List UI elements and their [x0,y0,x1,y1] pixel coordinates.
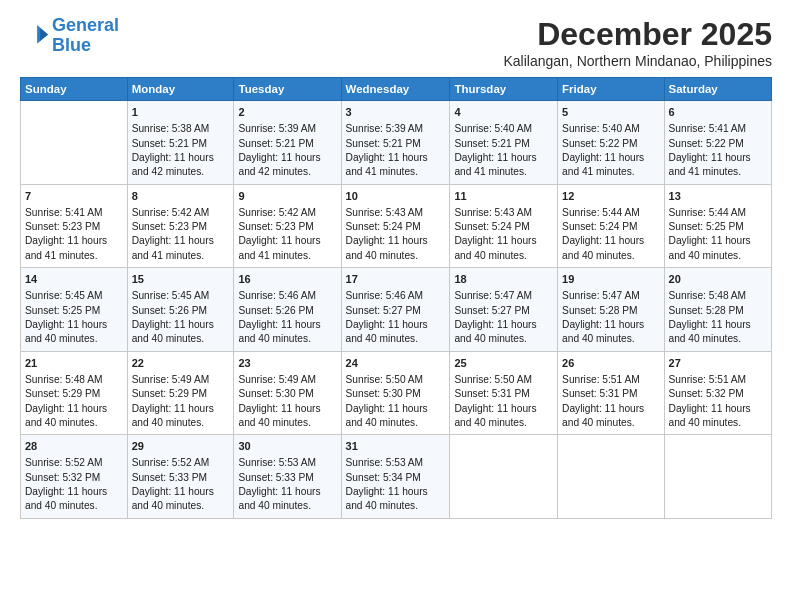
day-number: 23 [238,356,336,371]
daylight-text: Daylight: 11 hours and 40 minutes. [346,235,428,260]
sunset-text: Sunset: 5:33 PM [132,472,207,483]
sunrise-text: Sunrise: 5:41 AM [25,207,103,218]
calendar-cell: 29Sunrise: 5:52 AMSunset: 5:33 PMDayligh… [127,435,234,519]
logo: General Blue [20,16,119,56]
sunrise-text: Sunrise: 5:47 AM [454,290,532,301]
header-day-wednesday: Wednesday [341,78,450,101]
calendar-cell: 21Sunrise: 5:48 AMSunset: 5:29 PMDayligh… [21,351,128,435]
calendar-cell [450,435,558,519]
calendar-cell: 8Sunrise: 5:42 AMSunset: 5:23 PMDaylight… [127,184,234,268]
calendar-cell: 18Sunrise: 5:47 AMSunset: 5:27 PMDayligh… [450,268,558,352]
day-number: 7 [25,189,123,204]
header-day-tuesday: Tuesday [234,78,341,101]
sunrise-text: Sunrise: 5:38 AM [132,123,210,134]
daylight-text: Daylight: 11 hours and 40 minutes. [669,235,751,260]
sunset-text: Sunset: 5:25 PM [669,221,744,232]
daylight-text: Daylight: 11 hours and 40 minutes. [132,319,214,344]
daylight-text: Daylight: 11 hours and 41 minutes. [25,235,107,260]
sunrise-text: Sunrise: 5:53 AM [346,457,424,468]
title-block: December 2025 Kalilangan, Northern Minda… [503,16,772,69]
sunrise-text: Sunrise: 5:42 AM [238,207,316,218]
logo-icon [20,22,48,50]
day-number: 8 [132,189,230,204]
day-number: 22 [132,356,230,371]
daylight-text: Daylight: 11 hours and 40 minutes. [346,319,428,344]
sunrise-text: Sunrise: 5:52 AM [132,457,210,468]
sunset-text: Sunset: 5:27 PM [346,305,421,316]
calendar-cell: 3Sunrise: 5:39 AMSunset: 5:21 PMDaylight… [341,101,450,185]
calendar-cell: 19Sunrise: 5:47 AMSunset: 5:28 PMDayligh… [558,268,664,352]
sunrise-text: Sunrise: 5:49 AM [238,374,316,385]
calendar-cell: 30Sunrise: 5:53 AMSunset: 5:33 PMDayligh… [234,435,341,519]
day-number: 12 [562,189,659,204]
sunrise-text: Sunrise: 5:44 AM [669,207,747,218]
sunset-text: Sunset: 5:24 PM [346,221,421,232]
sunrise-text: Sunrise: 5:51 AM [562,374,640,385]
calendar-cell: 12Sunrise: 5:44 AMSunset: 5:24 PMDayligh… [558,184,664,268]
calendar-cell: 5Sunrise: 5:40 AMSunset: 5:22 PMDaylight… [558,101,664,185]
sunrise-text: Sunrise: 5:50 AM [346,374,424,385]
sunrise-text: Sunrise: 5:41 AM [669,123,747,134]
day-number: 3 [346,105,446,120]
sunset-text: Sunset: 5:32 PM [25,472,100,483]
header: General Blue December 2025 Kalilangan, N… [20,16,772,69]
calendar-cell: 17Sunrise: 5:46 AMSunset: 5:27 PMDayligh… [341,268,450,352]
day-number: 13 [669,189,767,204]
day-number: 17 [346,272,446,287]
calendar-cell: 27Sunrise: 5:51 AMSunset: 5:32 PMDayligh… [664,351,771,435]
sunrise-text: Sunrise: 5:40 AM [562,123,640,134]
calendar-cell: 23Sunrise: 5:49 AMSunset: 5:30 PMDayligh… [234,351,341,435]
daylight-text: Daylight: 11 hours and 40 minutes. [132,486,214,511]
calendar-cell [21,101,128,185]
daylight-text: Daylight: 11 hours and 41 minutes. [238,235,320,260]
daylight-text: Daylight: 11 hours and 40 minutes. [25,319,107,344]
daylight-text: Daylight: 11 hours and 40 minutes. [238,486,320,511]
month-title: December 2025 [503,16,772,53]
day-number: 26 [562,356,659,371]
week-row-5: 28Sunrise: 5:52 AMSunset: 5:32 PMDayligh… [21,435,772,519]
day-number: 30 [238,439,336,454]
day-number: 1 [132,105,230,120]
day-number: 14 [25,272,123,287]
day-number: 15 [132,272,230,287]
calendar-cell: 4Sunrise: 5:40 AMSunset: 5:21 PMDaylight… [450,101,558,185]
sunrise-text: Sunrise: 5:43 AM [346,207,424,218]
calendar-cell: 13Sunrise: 5:44 AMSunset: 5:25 PMDayligh… [664,184,771,268]
sunset-text: Sunset: 5:23 PM [25,221,100,232]
header-row: SundayMondayTuesdayWednesdayThursdayFrid… [21,78,772,101]
sunrise-text: Sunrise: 5:51 AM [669,374,747,385]
day-number: 2 [238,105,336,120]
daylight-text: Daylight: 11 hours and 40 minutes. [25,403,107,428]
daylight-text: Daylight: 11 hours and 40 minutes. [238,319,320,344]
sunrise-text: Sunrise: 5:39 AM [346,123,424,134]
calendar-cell: 28Sunrise: 5:52 AMSunset: 5:32 PMDayligh… [21,435,128,519]
day-number: 25 [454,356,553,371]
calendar-cell: 15Sunrise: 5:45 AMSunset: 5:26 PMDayligh… [127,268,234,352]
sunset-text: Sunset: 5:29 PM [132,388,207,399]
sunrise-text: Sunrise: 5:44 AM [562,207,640,218]
page: General Blue December 2025 Kalilangan, N… [0,0,792,612]
sunrise-text: Sunrise: 5:46 AM [346,290,424,301]
day-number: 4 [454,105,553,120]
daylight-text: Daylight: 11 hours and 40 minutes. [238,403,320,428]
daylight-text: Daylight: 11 hours and 41 minutes. [454,152,536,177]
daylight-text: Daylight: 11 hours and 41 minutes. [562,152,644,177]
calendar-cell [664,435,771,519]
day-number: 29 [132,439,230,454]
day-number: 9 [238,189,336,204]
sunset-text: Sunset: 5:29 PM [25,388,100,399]
week-row-3: 14Sunrise: 5:45 AMSunset: 5:25 PMDayligh… [21,268,772,352]
sunrise-text: Sunrise: 5:52 AM [25,457,103,468]
header-day-sunday: Sunday [21,78,128,101]
sunset-text: Sunset: 5:26 PM [238,305,313,316]
week-row-4: 21Sunrise: 5:48 AMSunset: 5:29 PMDayligh… [21,351,772,435]
calendar-cell: 26Sunrise: 5:51 AMSunset: 5:31 PMDayligh… [558,351,664,435]
sunset-text: Sunset: 5:21 PM [346,138,421,149]
calendar-cell: 24Sunrise: 5:50 AMSunset: 5:30 PMDayligh… [341,351,450,435]
daylight-text: Daylight: 11 hours and 40 minutes. [346,486,428,511]
calendar-cell: 11Sunrise: 5:43 AMSunset: 5:24 PMDayligh… [450,184,558,268]
sunrise-text: Sunrise: 5:46 AM [238,290,316,301]
daylight-text: Daylight: 11 hours and 40 minutes. [454,403,536,428]
sunset-text: Sunset: 5:21 PM [238,138,313,149]
sunrise-text: Sunrise: 5:50 AM [454,374,532,385]
